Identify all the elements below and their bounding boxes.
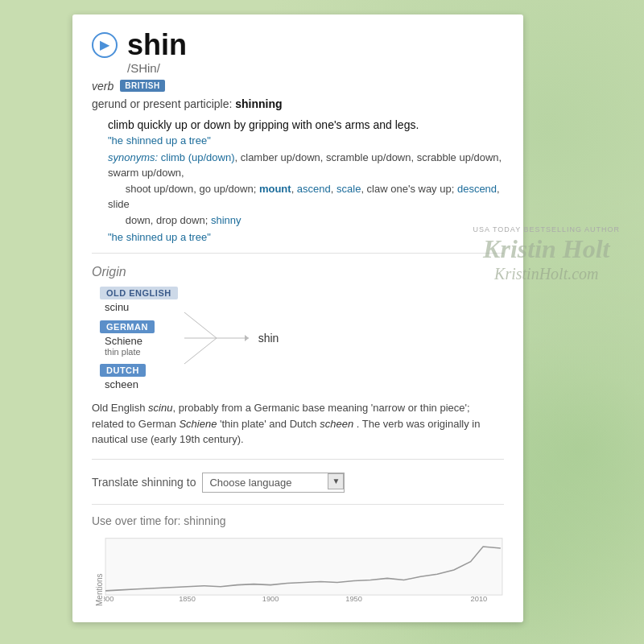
svg-rect-5: [105, 538, 502, 594]
synonyms-label: synonyms:: [108, 151, 158, 163]
example-text-2: "he shinned up a tree": [108, 231, 504, 243]
language-select[interactable]: Choose language French German Spanish It…: [203, 473, 328, 492]
dictionary-card: ▶ shin /SHin/ verb BRITISH gerund or pre…: [72, 14, 523, 622]
svg-text:1800: 1800: [104, 595, 114, 603]
syn-climb[interactable]: climb (up/down): [161, 151, 235, 163]
origin-italic-schiene: Schiene: [179, 418, 217, 430]
svg-marker-4: [245, 335, 249, 341]
definition-block: climb quickly up or down by gripping wit…: [108, 118, 504, 244]
dutch-word: scheen: [105, 378, 178, 390]
german-word: Schiene: [105, 335, 178, 347]
svg-line-2: [184, 338, 217, 364]
svg-text:2010: 2010: [471, 595, 488, 603]
german-subword: thin plate: [105, 347, 178, 357]
syn-descend[interactable]: descend: [457, 183, 497, 195]
pos-line: verb BRITISH: [92, 80, 504, 93]
use-over-time-title: Use over time for: shinning: [92, 514, 504, 527]
pronunciation: /SHin/: [127, 61, 504, 75]
example-text-1: "he shinned up a tree": [108, 134, 504, 147]
speaker-button[interactable]: ▶: [92, 32, 118, 58]
origin-title: Origin: [92, 265, 504, 279]
origin-italic-scinu: scinu: [148, 402, 172, 414]
etymology-tree: OLD ENGLISH scinu GERMAN Schiene thin pl…: [100, 286, 504, 390]
synonyms-line: synonyms: climb (up/down), clamber up/do…: [108, 150, 504, 229]
syn-mount[interactable]: mount: [259, 183, 291, 195]
tree-connector-svg: [184, 298, 249, 378]
british-badge: BRITISH: [120, 80, 165, 92]
syn-ascend[interactable]: ascend: [297, 183, 331, 195]
gerund-label: gerund or present participle:: [92, 97, 232, 110]
definition-text: climb quickly up or down by gripping wit…: [108, 118, 504, 131]
old-english-badge: OLD ENGLISH: [100, 287, 178, 299]
use-over-time-section: Use over time for: shinning Mentions 180…: [92, 514, 504, 606]
gerund-line: gerund or present participle: shinning: [92, 97, 504, 110]
speaker-icon: ▶: [100, 37, 109, 52]
syn-shinny[interactable]: shinny: [211, 214, 242, 226]
svg-text:1950: 1950: [345, 595, 362, 603]
word-title: shin: [127, 31, 187, 60]
origin-description: Old English scinu, probably from a Germa…: [92, 400, 504, 448]
word-header: ▶ shin: [92, 31, 504, 60]
svg-text:1850: 1850: [179, 595, 196, 603]
select-arrow[interactable]: ▼: [328, 473, 344, 489]
gerund-word: shinning: [235, 97, 282, 110]
use-over-time-chart: 1800 1850 1900 1950 2010: [104, 534, 504, 606]
svg-line-0: [184, 312, 217, 338]
y-axis-label: Mentions: [92, 534, 104, 606]
old-english-word: scinu: [105, 301, 178, 313]
origin-italic-scheen: scheen: [320, 418, 353, 430]
svg-text:1900: 1900: [262, 595, 279, 603]
german-badge: GERMAN: [100, 320, 155, 333]
tree-result: shin: [258, 332, 279, 345]
part-of-speech: verb: [92, 80, 114, 93]
translate-label: Translate shinning to: [92, 476, 196, 489]
dutch-badge: DUTCH: [100, 364, 146, 377]
translate-section: Translate shinning to Choose language Fr…: [92, 469, 504, 493]
syn-scale[interactable]: scale: [336, 183, 361, 195]
